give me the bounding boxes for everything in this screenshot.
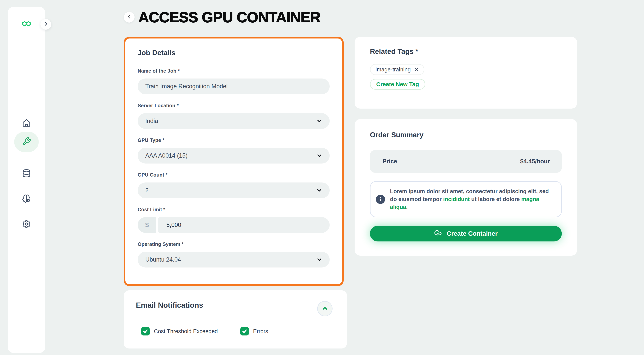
job-name-input[interactable]: Train Image Recognition Model: [138, 78, 330, 94]
job-details-heading: Job Details: [138, 49, 330, 57]
chevron-down-icon: [316, 118, 322, 124]
home-icon: [22, 118, 31, 128]
job-name-value: Train Image Recognition Model: [145, 83, 228, 90]
info-link-incididunt[interactable]: incididunt: [443, 196, 470, 202]
notification-options: Cost Threshold Exceeded Errors: [141, 327, 268, 336]
sidebar: [8, 7, 45, 353]
cloud-upload-icon: [434, 230, 442, 238]
chevron-up-icon: [322, 305, 328, 312]
order-summary-heading: Order Summary: [370, 131, 562, 139]
chevron-right-icon: [43, 21, 48, 27]
sidebar-item-settings[interactable]: [8, 220, 45, 229]
sidebar-item-ml-settings[interactable]: [8, 194, 45, 204]
cost-limit-field: $ 5,000: [138, 217, 330, 233]
back-button[interactable]: [124, 12, 134, 22]
sidebar-item-containers-active[interactable]: [14, 132, 39, 152]
cost-threshold-checkbox[interactable]: [141, 327, 150, 336]
job-name-label: Name of the Job *: [138, 68, 330, 74]
chevron-left-icon: [127, 14, 132, 20]
email-notifications-card: Email Notifications Cost Threshold Excee…: [124, 290, 347, 349]
pricing-info-box: i Lorem ipsum dolor sit amet, consectetu…: [370, 181, 562, 217]
create-new-tag-label: Create New Tag: [376, 81, 419, 87]
brain-cog-icon: [22, 194, 31, 204]
info-circle-icon: i: [376, 195, 385, 204]
price-value: $4.45/hour: [520, 158, 550, 165]
gear-icon: [22, 220, 31, 229]
create-container-label: Create Container: [447, 230, 498, 237]
chevron-down-icon: [316, 257, 322, 263]
remove-tag-icon[interactable]: [414, 67, 419, 72]
app-logo: [8, 20, 45, 28]
server-location-select[interactable]: India: [138, 113, 330, 129]
page-title: ACCESS GPU CONTAINER: [138, 8, 320, 27]
errors-checkbox[interactable]: [240, 327, 249, 336]
info-text-part: .: [406, 204, 408, 210]
cost-limit-label: Cost Limit *: [138, 207, 330, 213]
gpu-container-page: ACCESS GPU CONTAINER Job Details Name of…: [0, 0, 644, 355]
errors-option: Errors: [240, 327, 268, 336]
email-notifications-heading: Email Notifications: [136, 301, 335, 310]
operating-system-label: Operating System *: [138, 241, 330, 247]
gpu-count-value: 2: [145, 187, 148, 194]
create-new-tag-button[interactable]: Create New Tag: [370, 79, 425, 90]
sidebar-item-home[interactable]: [8, 118, 45, 128]
create-container-button[interactable]: Create Container: [370, 226, 562, 241]
errors-label[interactable]: Errors: [253, 328, 268, 335]
operating-system-value: Ubuntu 24.04: [145, 256, 181, 263]
info-text-part: ut labore et dolore: [470, 196, 521, 202]
related-tags-card: Related Tags * image-training Create New…: [354, 37, 577, 109]
operating-system-select[interactable]: Ubuntu 24.04: [138, 252, 330, 268]
server-location-value: India: [145, 118, 158, 124]
cost-limit-input[interactable]: 5,000: [158, 217, 330, 233]
cost-threshold-label[interactable]: Cost Threshold Exceeded: [154, 328, 218, 335]
gpu-type-select[interactable]: AAA A0014 (15): [138, 148, 330, 164]
price-label: Price: [382, 158, 397, 165]
database-icon: [22, 169, 31, 178]
server-location-label: Server Location *: [138, 103, 330, 109]
tag-chip: image-training: [370, 64, 424, 75]
job-details-card: Job Details Name of the Job * Train Imag…: [124, 37, 344, 286]
gpu-count-label: GPU Count *: [138, 172, 330, 178]
related-tags-heading: Related Tags *: [370, 47, 562, 55]
cost-limit-value: 5,000: [166, 222, 181, 228]
price-row: Price $4.45/hour: [370, 150, 562, 173]
gpu-type-label: GPU Type *: [138, 137, 330, 143]
gpu-count-select[interactable]: 2: [138, 182, 330, 198]
chevron-down-icon: [316, 153, 322, 159]
sidebar-expand-button[interactable]: [40, 19, 51, 30]
wrench-icon: [22, 137, 31, 147]
cost-threshold-option: Cost Threshold Exceeded: [141, 327, 218, 336]
infinity-logo-icon: [22, 20, 31, 28]
gpu-type-value: AAA A0014 (15): [145, 152, 188, 159]
chevron-down-icon: [316, 187, 322, 193]
pricing-info-text: Lorem ipsum dolor sit amet, consectetur …: [390, 187, 554, 211]
collapse-section-button[interactable]: [317, 301, 332, 316]
order-summary-card: Order Summary Price $4.45/hour i Lorem i…: [354, 119, 577, 256]
sidebar-item-storage[interactable]: [8, 169, 45, 178]
currency-prefix: $: [138, 217, 156, 233]
tag-label: image-training: [376, 66, 411, 73]
